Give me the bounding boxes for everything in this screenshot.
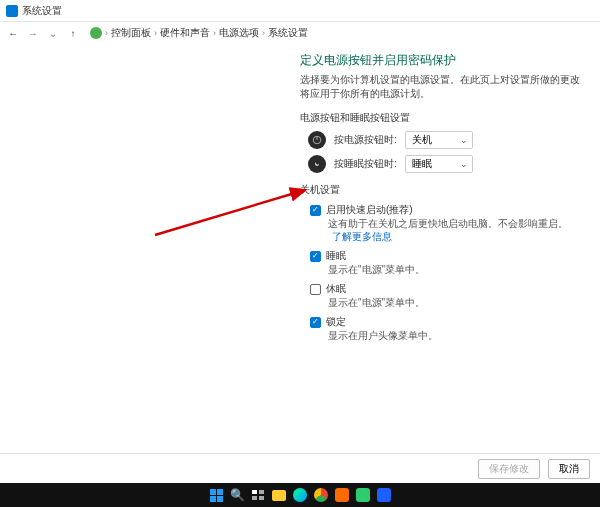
lbl-lock: 锁定 xyxy=(326,315,346,329)
sleep-button-row: 按睡眠按钮时: 睡眠 ⌄ xyxy=(300,155,580,173)
app-icon xyxy=(6,5,18,17)
lbl-hibernate: 休眠 xyxy=(326,282,346,296)
content-area: 定义电源按钮并启用密码保护 选择要为你计算机设置的电源设置。在此页上对设置所做的… xyxy=(0,44,600,453)
cancel-button[interactable]: 取消 xyxy=(548,459,590,479)
chevron-right-icon: › xyxy=(105,28,108,38)
opt-hibernate: 休眠 显示在"电源"菜单中。 xyxy=(300,282,580,309)
sleep-button-dropdown[interactable]: 睡眠 ⌄ xyxy=(405,155,473,173)
nav-forward: → xyxy=(26,26,40,40)
save-button[interactable]: 保存修改 xyxy=(478,459,540,479)
bc-control-panel[interactable]: 控制面板 xyxy=(111,26,151,40)
sub-sleep: 显示在"电源"菜单中。 xyxy=(328,263,580,276)
nav-bar: ← → ⌄ ↑ › 控制面板 › 硬件和声音 › 电源选项 › 系统设置 xyxy=(0,22,600,44)
lbl-sleep: 睡眠 xyxy=(326,249,346,263)
opt-fast-startup: 启用快速启动(推荐) 这有助于在关机之后更快地启动电脑。不会影响重启。 了解更多… xyxy=(300,203,580,243)
chk-lock[interactable] xyxy=(310,317,321,328)
titlebar: 系统设置 xyxy=(0,0,600,22)
app2-icon[interactable] xyxy=(356,488,370,502)
nav-back[interactable]: ← xyxy=(6,26,20,40)
settings-taskbar-icon[interactable] xyxy=(377,488,391,502)
chevron-right-icon: › xyxy=(213,28,216,38)
chevron-down-icon: ⌄ xyxy=(460,135,468,145)
breadcrumb: › 控制面板 › 硬件和声音 › 电源选项 › 系统设置 xyxy=(90,26,308,40)
sub-fast-startup: 这有助于在关机之后更快地启动电脑。不会影响重启。 xyxy=(328,218,568,229)
footer-bar: 保存修改 取消 xyxy=(0,453,600,483)
nav-up[interactable]: ↑ xyxy=(66,26,80,40)
sleep-button-value: 睡眠 xyxy=(412,157,432,171)
bc-hardware-sound[interactable]: 硬件和声音 xyxy=(160,26,210,40)
chevron-right-icon: › xyxy=(154,28,157,38)
control-panel-icon xyxy=(90,27,102,39)
chk-fast-startup[interactable] xyxy=(310,205,321,216)
taskbar: 🔍 xyxy=(0,483,600,507)
opt-sleep: 睡眠 显示在"电源"菜单中。 xyxy=(300,249,580,276)
chevron-right-icon: › xyxy=(262,28,265,38)
chevron-down-icon: ⌄ xyxy=(460,159,468,169)
link-learn-more[interactable]: 了解更多信息 xyxy=(332,231,392,242)
svg-rect-1 xyxy=(252,490,257,494)
section-shutdown-title: 关机设置 xyxy=(300,183,580,197)
sub-hibernate: 显示在"电源"菜单中。 xyxy=(328,296,580,309)
sub-lock: 显示在用户头像菜单中。 xyxy=(328,329,580,342)
task-view-icon[interactable] xyxy=(251,488,265,502)
start-icon[interactable] xyxy=(209,488,223,502)
opt-lock: 锁定 显示在用户头像菜单中。 xyxy=(300,315,580,342)
edge-icon[interactable] xyxy=(293,488,307,502)
svg-rect-4 xyxy=(259,496,264,500)
power-icon xyxy=(308,131,326,149)
power-button-dropdown[interactable]: 关机 ⌄ xyxy=(405,131,473,149)
search-icon[interactable]: 🔍 xyxy=(230,488,244,502)
power-button-label: 按电源按钮时: xyxy=(334,133,397,147)
explorer-icon[interactable] xyxy=(272,490,286,501)
page-description: 选择要为你计算机设置的电源设置。在此页上对设置所做的更改将应用于你所有的电源计划… xyxy=(300,73,580,101)
window-title: 系统设置 xyxy=(22,4,62,18)
bc-power-options[interactable]: 电源选项 xyxy=(219,26,259,40)
power-button-row: 按电源按钮时: 关机 ⌄ xyxy=(300,131,580,149)
power-button-value: 关机 xyxy=(412,133,432,147)
chk-hibernate[interactable] xyxy=(310,284,321,295)
sleep-button-label: 按睡眠按钮时: xyxy=(334,157,397,171)
bc-system-settings[interactable]: 系统设置 xyxy=(268,26,308,40)
lbl-fast-startup: 启用快速启动(推荐) xyxy=(326,203,413,217)
section-buttons-title: 电源按钮和睡眠按钮设置 xyxy=(300,111,580,125)
svg-rect-2 xyxy=(259,490,264,494)
sleep-icon xyxy=(308,155,326,173)
page-heading: 定义电源按钮并启用密码保护 xyxy=(300,52,580,69)
app1-icon[interactable] xyxy=(335,488,349,502)
chrome-icon[interactable] xyxy=(314,488,328,502)
nav-recent[interactable]: ⌄ xyxy=(46,26,60,40)
svg-rect-3 xyxy=(252,496,257,500)
chk-sleep[interactable] xyxy=(310,251,321,262)
